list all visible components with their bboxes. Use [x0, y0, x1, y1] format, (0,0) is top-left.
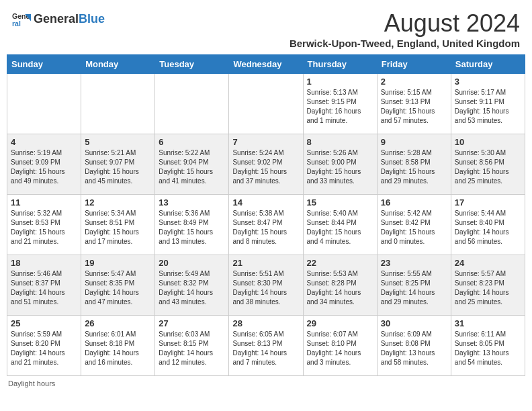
day-info: Sunrise: 5:36 AM Sunset: 8:49 PM Dayligh… — [159, 209, 225, 246]
day-info: Sunrise: 5:42 AM Sunset: 8:42 PM Dayligh… — [381, 209, 447, 246]
day-info: Sunrise: 5:21 AM Sunset: 9:07 PM Dayligh… — [85, 148, 151, 186]
generalblue-logo-icon: Gene ral — [12, 9, 31, 28]
day-info: Sunrise: 5:28 AM Sunset: 8:58 PM Dayligh… — [381, 148, 447, 186]
daylight-hours-label: Daylight hours — [8, 379, 55, 387]
day-number: 1 — [307, 77, 373, 87]
day-number: 25 — [11, 318, 77, 328]
day-number: 6 — [159, 137, 225, 147]
logo-general-text: General — [34, 12, 79, 26]
day-number: 20 — [159, 258, 225, 268]
calendar-cell: 3Sunrise: 5:17 AM Sunset: 9:11 PM Daylig… — [451, 74, 525, 134]
calendar-cell: 31Sunrise: 6:11 AM Sunset: 8:05 PM Dayli… — [451, 316, 525, 376]
calendar-cell — [229, 74, 303, 134]
day-info: Sunrise: 5:34 AM Sunset: 8:51 PM Dayligh… — [85, 209, 151, 246]
calendar-header-thursday: Thursday — [303, 55, 377, 74]
calendar-header-saturday: Saturday — [451, 55, 525, 74]
day-info: Sunrise: 5:40 AM Sunset: 8:44 PM Dayligh… — [307, 209, 373, 246]
day-number: 4 — [11, 137, 77, 147]
calendar-header-sunday: Sunday — [7, 55, 81, 74]
day-info: Sunrise: 5:24 AM Sunset: 9:02 PM Dayligh… — [232, 148, 299, 186]
calendar-cell: 4Sunrise: 5:19 AM Sunset: 9:09 PM Daylig… — [7, 134, 81, 195]
calendar-cell: 25Sunrise: 5:59 AM Sunset: 8:20 PM Dayli… — [7, 316, 81, 376]
calendar-cell: 6Sunrise: 5:22 AM Sunset: 9:04 PM Daylig… — [155, 134, 229, 195]
calendar-week-row: 18Sunrise: 5:46 AM Sunset: 8:37 PM Dayli… — [7, 255, 525, 316]
svg-text:ral: ral — [12, 19, 21, 28]
day-number: 23 — [381, 258, 447, 268]
calendar-week-row: 11Sunrise: 5:32 AM Sunset: 8:53 PM Dayli… — [7, 195, 525, 255]
calendar-week-row: 1Sunrise: 5:13 AM Sunset: 9:15 PM Daylig… — [7, 74, 525, 134]
calendar-header-wednesday: Wednesday — [229, 55, 303, 74]
calendar-cell — [81, 74, 155, 134]
calendar-week-row: 25Sunrise: 5:59 AM Sunset: 8:20 PM Dayli… — [7, 316, 525, 376]
calendar-header-tuesday: Tuesday — [155, 55, 229, 74]
day-info: Sunrise: 5:57 AM Sunset: 8:23 PM Dayligh… — [455, 269, 521, 307]
calendar-header-friday: Friday — [377, 55, 451, 74]
day-number: 27 — [159, 318, 225, 328]
calendar-table: SundayMondayTuesdayWednesdayThursdayFrid… — [7, 54, 525, 376]
calendar-cell: 26Sunrise: 6:01 AM Sunset: 8:18 PM Dayli… — [81, 316, 155, 376]
calendar-cell: 23Sunrise: 5:55 AM Sunset: 8:25 PM Dayli… — [377, 255, 451, 316]
day-info: Sunrise: 5:59 AM Sunset: 8:20 PM Dayligh… — [11, 330, 77, 367]
day-info: Sunrise: 5:26 AM Sunset: 9:00 PM Dayligh… — [307, 148, 373, 186]
day-number: 11 — [11, 197, 77, 208]
calendar-cell: 20Sunrise: 5:49 AM Sunset: 8:32 PM Dayli… — [155, 255, 229, 316]
day-info: Sunrise: 5:38 AM Sunset: 8:47 PM Dayligh… — [232, 209, 299, 246]
day-number: 21 — [232, 258, 299, 268]
calendar-cell: 22Sunrise: 5:53 AM Sunset: 8:28 PM Dayli… — [303, 255, 377, 316]
day-number: 18 — [11, 258, 77, 268]
calendar-header-monday: Monday — [81, 55, 155, 74]
calendar-cell: 19Sunrise: 5:47 AM Sunset: 8:35 PM Dayli… — [81, 255, 155, 316]
calendar-cell: 28Sunrise: 6:05 AM Sunset: 8:13 PM Dayli… — [229, 316, 303, 376]
day-number: 19 — [85, 258, 151, 268]
footer-daylight-note: Daylight hours — [7, 379, 525, 387]
day-info: Sunrise: 5:22 AM Sunset: 9:04 PM Dayligh… — [159, 148, 225, 186]
day-number: 5 — [85, 137, 151, 147]
day-info: Sunrise: 5:47 AM Sunset: 8:35 PM Dayligh… — [85, 269, 151, 307]
day-info: Sunrise: 5:44 AM Sunset: 8:40 PM Dayligh… — [455, 209, 521, 246]
day-info: Sunrise: 6:03 AM Sunset: 8:15 PM Dayligh… — [159, 330, 225, 367]
calendar-week-row: 4Sunrise: 5:19 AM Sunset: 9:09 PM Daylig… — [7, 134, 525, 195]
day-info: Sunrise: 5:19 AM Sunset: 9:09 PM Dayligh… — [11, 148, 77, 186]
day-info: Sunrise: 6:09 AM Sunset: 8:08 PM Dayligh… — [381, 330, 447, 367]
day-number: 3 — [455, 77, 521, 87]
day-info: Sunrise: 5:13 AM Sunset: 9:15 PM Dayligh… — [307, 88, 373, 126]
calendar-cell: 10Sunrise: 5:30 AM Sunset: 8:56 PM Dayli… — [451, 134, 525, 195]
day-info: Sunrise: 5:53 AM Sunset: 8:28 PM Dayligh… — [307, 269, 373, 307]
day-info: Sunrise: 5:46 AM Sunset: 8:37 PM Dayligh… — [11, 269, 77, 307]
title-area: August 2024 Berwick-Upon-Tweed, England,… — [290, 9, 520, 49]
day-number: 17 — [455, 197, 521, 208]
calendar-cell: 11Sunrise: 5:32 AM Sunset: 8:53 PM Dayli… — [7, 195, 81, 255]
header: Gene ral GeneralBlue August 2024 Berwick… — [7, 7, 525, 52]
calendar-cell: 21Sunrise: 5:51 AM Sunset: 8:30 PM Dayli… — [229, 255, 303, 316]
calendar-header-row: SundayMondayTuesdayWednesdayThursdayFrid… — [7, 55, 525, 74]
location-subtitle: Berwick-Upon-Tweed, England, United King… — [290, 38, 520, 49]
day-number: 9 — [381, 137, 447, 147]
calendar-cell: 14Sunrise: 5:38 AM Sunset: 8:47 PM Dayli… — [229, 195, 303, 255]
day-number: 2 — [381, 77, 447, 87]
calendar-cell: 2Sunrise: 5:15 AM Sunset: 9:13 PM Daylig… — [377, 74, 451, 134]
calendar-cell: 15Sunrise: 5:40 AM Sunset: 8:44 PM Dayli… — [303, 195, 377, 255]
day-number: 22 — [307, 258, 373, 268]
day-number: 26 — [85, 318, 151, 328]
calendar-cell: 13Sunrise: 5:36 AM Sunset: 8:49 PM Dayli… — [155, 195, 229, 255]
day-info: Sunrise: 5:32 AM Sunset: 8:53 PM Dayligh… — [11, 209, 77, 246]
day-number: 16 — [381, 197, 447, 208]
day-info: Sunrise: 5:55 AM Sunset: 8:25 PM Dayligh… — [381, 269, 447, 307]
day-number: 15 — [307, 197, 373, 208]
day-info: Sunrise: 5:17 AM Sunset: 9:11 PM Dayligh… — [455, 88, 521, 126]
day-number: 7 — [232, 137, 299, 147]
day-number: 8 — [307, 137, 373, 147]
calendar-cell: 16Sunrise: 5:42 AM Sunset: 8:42 PM Dayli… — [377, 195, 451, 255]
day-number: 29 — [307, 318, 373, 328]
day-number: 24 — [455, 258, 521, 268]
calendar-cell — [7, 74, 81, 134]
calendar-cell: 17Sunrise: 5:44 AM Sunset: 8:40 PM Dayli… — [451, 195, 525, 255]
calendar-cell: 29Sunrise: 6:07 AM Sunset: 8:10 PM Dayli… — [303, 316, 377, 376]
day-number: 13 — [159, 197, 225, 208]
day-info: Sunrise: 5:49 AM Sunset: 8:32 PM Dayligh… — [159, 269, 225, 307]
day-number: 31 — [455, 318, 521, 328]
calendar-cell: 7Sunrise: 5:24 AM Sunset: 9:02 PM Daylig… — [229, 134, 303, 195]
calendar-cell: 8Sunrise: 5:26 AM Sunset: 9:00 PM Daylig… — [303, 134, 377, 195]
calendar-cell: 30Sunrise: 6:09 AM Sunset: 8:08 PM Dayli… — [377, 316, 451, 376]
day-info: Sunrise: 5:30 AM Sunset: 8:56 PM Dayligh… — [455, 148, 521, 186]
